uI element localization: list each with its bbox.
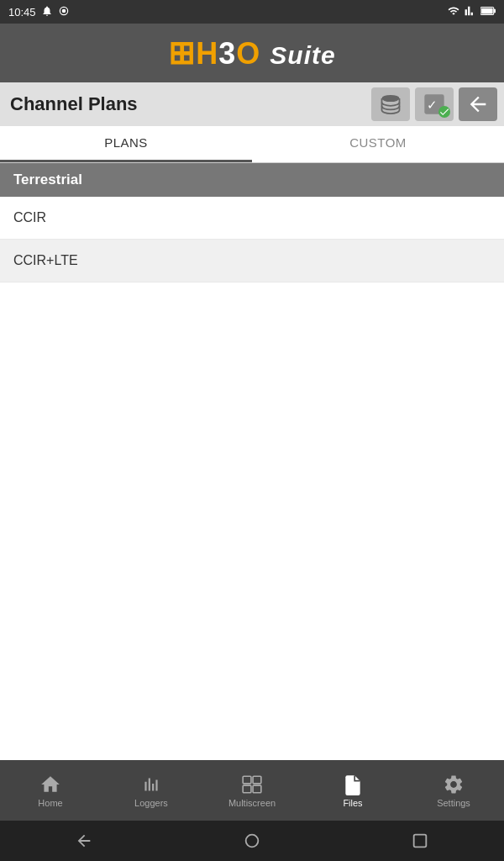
notification-icon	[41, 5, 53, 19]
svg-rect-4	[481, 8, 493, 13]
android-back-button[interactable]	[67, 824, 101, 858]
tab-custom[interactable]: CUSTOM	[252, 125, 504, 162]
svg-rect-9	[253, 776, 261, 784]
status-bar: 10:45	[0, 0, 504, 24]
svg-rect-13	[414, 835, 427, 848]
back-button[interactable]	[459, 87, 497, 121]
tab-plans[interactable]: PLANS	[0, 125, 252, 162]
screen-record-icon	[58, 5, 70, 19]
nav-item-multiscreen[interactable]: Multiscreen	[202, 760, 302, 821]
android-nav-bar	[0, 821, 504, 861]
nav-item-settings[interactable]: Settings	[403, 760, 504, 821]
nav-item-loggers[interactable]: Loggers	[101, 760, 202, 821]
section-header-terrestrial: Terrestrial	[0, 163, 504, 197]
svg-rect-10	[243, 785, 251, 793]
tabs-bar: PLANS CUSTOM	[0, 126, 504, 163]
logo-suite-text: Suite	[270, 41, 335, 69]
svg-rect-3	[494, 8, 496, 13]
page-title: Channel Plans	[7, 93, 366, 115]
android-home-button[interactable]	[235, 824, 269, 858]
svg-rect-11	[253, 785, 261, 793]
list-item-ccir-lte[interactable]: CCIR+LTE	[0, 240, 504, 283]
app-bar: ⊞H3O Suite	[0, 24, 504, 82]
wifi-icon	[447, 5, 460, 19]
toolbar: Channel Plans ✓	[0, 82, 504, 126]
main-content: Terrestrial CCIR CCIR+LTE	[0, 163, 504, 760]
battery-icon	[480, 6, 496, 18]
svg-text:✓: ✓	[427, 98, 438, 112]
nav-item-files[interactable]: Files	[302, 760, 403, 821]
app-logo: ⊞H3O Suite	[168, 34, 335, 71]
svg-point-12	[246, 835, 259, 848]
status-time: 10:45	[8, 6, 36, 18]
svg-point-1	[61, 8, 66, 13]
list-item-ccir[interactable]: CCIR	[0, 197, 504, 240]
logo-symbol: ⊞	[168, 35, 196, 71]
database-button[interactable]	[371, 87, 410, 121]
svg-rect-8	[243, 776, 251, 784]
svg-point-5	[382, 95, 400, 102]
nav-item-home[interactable]: Home	[0, 760, 101, 821]
bottom-nav: Home Loggers Multiscreen Files Settings	[0, 760, 504, 821]
confirm-button[interactable]: ✓	[415, 87, 454, 121]
signal-icon	[465, 5, 476, 19]
android-recents-button[interactable]	[403, 824, 437, 858]
